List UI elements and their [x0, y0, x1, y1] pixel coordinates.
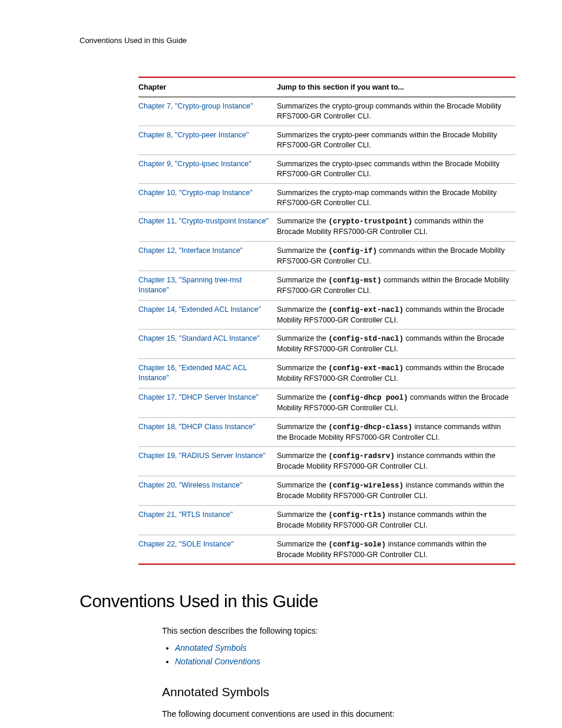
desc-text: Summarize the: [277, 246, 329, 255]
table-row: Chapter 20, "Wireless Instance"Summarize…: [138, 476, 515, 506]
topic-link-annotated-symbols[interactable]: Annotated Symbols: [175, 643, 246, 653]
list-item: Annotated Symbols: [175, 643, 512, 654]
chapter-cell: Chapter 14, "Extended ACL Instance": [138, 300, 277, 330]
chapter-link[interactable]: Chapter 13, "Spanning tree-mst Instance": [138, 276, 242, 294]
table-row: Chapter 22, "SOLE Instance"Summarize the…: [138, 535, 515, 564]
chapter-cell: Chapter 15, "Standard ACL Instance": [138, 330, 277, 359]
chapter-cell: Chapter 21, "RTLS Instance": [138, 505, 277, 535]
chapter-cell: Chapter 12, "Interface Instance": [138, 242, 277, 271]
chapter-cell: Chapter 17, "DHCP Server Instance": [138, 388, 277, 417]
chapter-cell: Chapter 16, "Extended MAC ACL Instance": [138, 359, 277, 388]
desc-text: Summarize the: [277, 276, 329, 284]
table-row: Chapter 19, "RADIUS Server Instance"Summ…: [138, 447, 515, 476]
subsection-body-text: The following document conventions are u…: [162, 709, 512, 720]
chapter-link[interactable]: Chapter 16, "Extended MAC ACL Instance": [138, 364, 247, 382]
chapter-link[interactable]: Chapter 7, "Crypto-group Instance": [138, 102, 253, 110]
description-cell: Summarizes the crypto-map commands withi…: [277, 183, 515, 212]
chapter-cell: Chapter 8, "Crypto-peer Instance": [138, 126, 277, 155]
chapter-link[interactable]: Chapter 12, "Interface Instance": [138, 246, 243, 255]
table-row: Chapter 7, "Crypto-group Instance"Summar…: [138, 97, 515, 126]
table-header-row: Chapter Jump to this section if you want…: [138, 77, 515, 97]
list-item: Notational Conventions: [175, 656, 512, 667]
desc-text: Summarize the: [277, 334, 329, 342]
chapter-cell: Chapter 7, "Crypto-group Instance": [138, 97, 277, 126]
chapter-link[interactable]: Chapter 9, "Crypto-ipsec Instance": [138, 160, 252, 168]
chapter-cell: Chapter 20, "Wireless Instance": [138, 476, 277, 506]
topic-link-list: Annotated Symbols Notational Conventions: [175, 643, 512, 667]
chapter-link[interactable]: Chapter 15, "Standard ACL Instance": [138, 334, 260, 342]
table-row: Chapter 21, "RTLS Instance"Summarize the…: [138, 505, 515, 535]
section-intro-text: This section describes the following top…: [162, 625, 512, 637]
col-header-desc: Jump to this section if you want to...: [277, 77, 515, 97]
description-cell: Summarize the (config-ext-nacl) commands…: [277, 300, 515, 330]
desc-text: Summarize the: [277, 217, 329, 225]
chapter-link[interactable]: Chapter 18, "DHCP Class Instance": [138, 423, 255, 431]
desc-text: Summarize the: [277, 540, 329, 548]
chapter-link[interactable]: Chapter 20, "Wireless Instance": [138, 481, 242, 489]
chapter-link[interactable]: Chapter 22, "SOLE Instance": [138, 540, 234, 548]
chapter-link[interactable]: Chapter 19, "RADIUS Server Instance": [138, 452, 266, 460]
description-cell: Summarizes the crypto-peer commands with…: [277, 126, 515, 155]
command-code: (config-dhcp-class): [329, 423, 413, 431]
desc-text: Summarize the: [277, 452, 329, 460]
table-row: Chapter 8, "Crypto-peer Instance"Summari…: [138, 126, 515, 155]
desc-text: Summarize the: [277, 423, 329, 431]
chapter-cell: Chapter 18, "DHCP Class Instance": [138, 417, 277, 447]
subsection-heading-annotated-symbols: Annotated Symbols: [162, 684, 512, 700]
command-code: (config-ext-nacl): [329, 306, 404, 314]
chapter-cell: Chapter 22, "SOLE Instance": [138, 535, 277, 564]
col-header-chapter: Chapter: [138, 77, 277, 97]
command-code: (crypto-trustpoint): [329, 218, 413, 226]
section-heading-conventions: Conventions Used in this Guide: [80, 589, 512, 614]
desc-text: Summarize the: [277, 305, 329, 314]
table-row: Chapter 11, "Crypto-trustpoint Instance"…: [138, 212, 515, 242]
description-cell: Summarize the (config-std-nacl) commands…: [277, 330, 515, 359]
table-row: Chapter 17, "DHCP Server Instance"Summar…: [138, 388, 515, 417]
description-cell: Summarizes the crypto-group commands wit…: [277, 97, 515, 126]
chapter-link[interactable]: Chapter 10, "Crypto-map Instance": [138, 189, 253, 197]
description-cell: Summarize the (crypto-trustpoint) comman…: [277, 212, 515, 242]
command-code: (config-dhcp pool): [329, 394, 408, 402]
command-code: (config-rtls): [329, 511, 386, 519]
table-row: Chapter 13, "Spanning tree-mst Instance"…: [138, 271, 515, 300]
chapter-link[interactable]: Chapter 17, "DHCP Server Instance": [138, 393, 259, 401]
desc-text: Summarize the: [277, 393, 329, 401]
description-cell: Summarize the (config-dhcp-class) instan…: [277, 417, 515, 447]
chapter-cell: Chapter 13, "Spanning tree-mst Instance": [138, 271, 277, 300]
table-row: Chapter 16, "Extended MAC ACL Instance"S…: [138, 359, 515, 388]
command-code: (config-mst): [329, 276, 382, 285]
description-cell: Summarize the (config-wireless) instance…: [277, 476, 515, 506]
description-cell: Summarize the (config-sole) instance com…: [277, 535, 515, 564]
table-row: Chapter 12, "Interface Instance"Summariz…: [138, 242, 515, 271]
chapter-cell: Chapter 10, "Crypto-map Instance": [138, 183, 277, 212]
table-row: Chapter 10, "Crypto-map Instance"Summari…: [138, 183, 515, 212]
description-cell: Summarize the (config-ext-macl) commands…: [277, 359, 515, 388]
table-row: Chapter 15, "Standard ACL Instance"Summa…: [138, 330, 515, 359]
chapter-link[interactable]: Chapter 21, "RTLS Instance": [138, 510, 233, 519]
table-row: Chapter 14, "Extended ACL Instance"Summa…: [138, 300, 515, 330]
chapter-table: Chapter Jump to this section if you want…: [138, 77, 515, 565]
chapter-link[interactable]: Chapter 11, "Crypto-trustpoint Instance": [138, 217, 269, 225]
running-header: Conventions Used in this Guide: [80, 35, 512, 46]
command-code: (config-sole): [329, 541, 386, 549]
chapter-cell: Chapter 9, "Crypto-ipsec Instance": [138, 154, 277, 183]
desc-text: Summarize the: [277, 481, 329, 489]
description-cell: Summarizes the crypto-ipsec commands wit…: [277, 154, 515, 183]
desc-text: Summarize the: [277, 510, 329, 519]
command-code: (config-if): [329, 247, 378, 255]
description-cell: Summarize the (config-rtls) instance com…: [277, 505, 515, 535]
chapter-link[interactable]: Chapter 8, "Crypto-peer Instance": [138, 131, 249, 139]
chapter-cell: Chapter 11, "Crypto-trustpoint Instance": [138, 212, 277, 242]
chapter-link[interactable]: Chapter 14, "Extended ACL Instance": [138, 305, 261, 314]
desc-text: Summarize the: [277, 364, 329, 372]
description-cell: Summarize the (config-dhcp pool) command…: [277, 388, 515, 417]
table-row: Chapter 18, "DHCP Class Instance"Summari…: [138, 417, 515, 447]
command-code: (config-radsrv): [329, 452, 395, 460]
topic-link-notational-conventions[interactable]: Notational Conventions: [175, 657, 260, 666]
table-row: Chapter 9, "Crypto-ipsec Instance"Summar…: [138, 154, 515, 183]
command-code: (config-wireless): [329, 482, 404, 490]
description-cell: Summarize the (config-radsrv) instance c…: [277, 447, 515, 476]
description-cell: Summarize the (config-mst) commands with…: [277, 271, 515, 300]
chapter-cell: Chapter 19, "RADIUS Server Instance": [138, 447, 277, 476]
description-cell: Summarize the (config-if) commands withi…: [277, 242, 515, 271]
